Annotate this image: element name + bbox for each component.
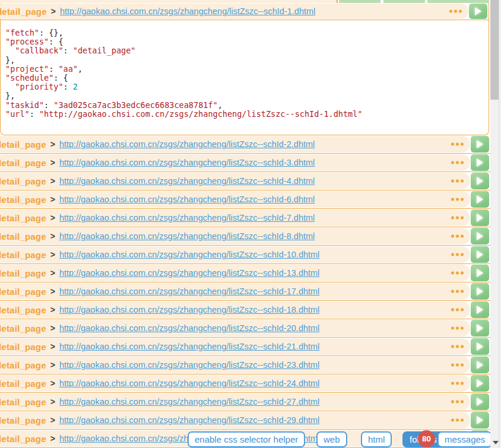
task-row[interactable]: detail_page > http://gaokao.chsi.com.cn/… [0,190,490,209]
task-row[interactable]: detail_page > http://gaokao.chsi.com.cn/… [0,227,490,246]
run-task-button[interactable] [471,209,489,226]
task-row[interactable]: detail_page > http://gaokao.chsi.com.cn/… [0,411,490,430]
task-pill[interactable]: detail_page > http://gaokao.chsi.com.cn/… [0,338,470,355]
task-pill[interactable]: detail_page > http://gaokao.chsi.com.cn/… [0,209,470,226]
task-url-link[interactable]: http://gaokao.chsi.com.cn/zsgs/zhangchen… [59,397,319,406]
task-pill[interactable]: detail_page > http://gaokao.chsi.com.cn/… [0,136,470,152]
task-row[interactable]: detail_page > http://gaokao.chsi.com.cn/… [0,209,490,227]
task-url-link[interactable]: http://gaokao.chsi.com.cn/zsgs/zhangchen… [59,176,315,186]
run-task-button[interactable] [471,283,489,300]
run-task-button[interactable] [471,320,489,336]
task-pill[interactable]: detail_page > http://gaokao.chsi.com.cn/… [0,4,468,19]
tab-web[interactable]: web [316,431,347,447]
task-row[interactable]: detail_page > http://gaokao.chsi.com.cn/… [0,338,490,356]
more-icon[interactable] [450,251,465,259]
task-row[interactable]: detail_page > http://gaokao.chsi.com.cn/… [0,135,490,154]
task-url-link[interactable]: http://gaokao.chsi.com.cn/zsgs/zhangchen… [59,323,319,333]
callback-separator: > [50,434,55,443]
run-task-button[interactable] [471,375,489,392]
run-task-button[interactable] [471,338,489,355]
run-task-button[interactable] [471,136,489,152]
task-url-link[interactable]: http://gaokao.chsi.com.cn/zsgs/zhangchen… [59,287,319,296]
run-task-button[interactable] [469,4,487,19]
task-row[interactable]: detail_page > http://gaokao.chsi.com.cn/… [0,374,490,393]
task-row[interactable]: detail_page > http://gaokao.chsi.com.cn/… [0,393,490,411]
callback-label: detail_page [0,158,46,168]
task-url-link[interactable]: http://gaokao.chsi.com.cn/zsgs/zhangchen… [59,415,319,425]
more-icon[interactable] [450,380,465,387]
vertical-scrollbar[interactable] [490,0,501,448]
task-pill[interactable]: detail_page > http://gaokao.chsi.com.cn/… [0,228,470,244]
run-task-button[interactable] [471,357,489,373]
css-selector-helper-button[interactable]: enable css selector helper [188,431,305,447]
task-pill[interactable]: detail_page > http://gaokao.chsi.com.cn/… [0,357,470,373]
task-url-link[interactable]: http://gaokao.chsi.com.cn/zsgs/zhangchen… [59,213,315,223]
task-url-link[interactable]: http://gaokao.chsi.com.cn/zsgs/zhangchen… [59,158,315,167]
task-row[interactable]: detail_page > http://gaokao.chsi.com.cn/… [0,319,490,338]
more-icon[interactable] [450,177,465,185]
task-url-link[interactable]: http://gaokao.chsi.com.cn/zsgs/zhangchen… [59,231,315,241]
more-icon[interactable] [450,361,465,369]
tab-html[interactable]: html [361,431,392,447]
task-pill[interactable]: detail_page > http://gaokao.chsi.com.cn/… [0,246,470,263]
callback-separator: > [51,7,56,16]
more-icon[interactable] [450,306,465,314]
task-row[interactable]: detail_page > http://gaokao.chsi.com.cn/… [0,246,490,264]
expanded-task-block: detail_page > http://gaokao.chsi.com.cn/… [0,3,489,135]
task-pill[interactable]: detail_page > http://gaokao.chsi.com.cn/… [0,191,470,208]
task-url-link[interactable]: http://gaokao.chsi.com.cn/zsgs/zhangchen… [59,139,315,149]
run-task-button[interactable] [471,301,489,318]
more-icon[interactable] [450,288,465,296]
task-row[interactable]: detail_page > http://gaokao.chsi.com.cn/… [0,301,490,319]
callback-label: detail_page [0,379,46,389]
task-url-link[interactable]: http://gaokao.chsi.com.cn/zsgs/zhangchen… [59,268,319,278]
task-row-expanded[interactable]: detail_page > http://gaokao.chsi.com.cn/… [1,3,489,20]
run-task-button[interactable] [471,412,489,428]
task-pill[interactable]: detail_page > http://gaokao.chsi.com.cn/… [0,173,470,189]
more-icon[interactable] [448,8,463,15]
scrollbar-thumb[interactable] [490,0,499,100]
task-url-link[interactable]: http://gaokao.chsi.com.cn/zsgs/zhangchen… [59,250,319,259]
callback-label: detail_page [0,397,46,407]
task-pill[interactable]: detail_page > http://gaokao.chsi.com.cn/… [0,301,470,318]
more-icon[interactable] [450,417,465,424]
run-task-button[interactable] [471,393,489,410]
play-icon [477,306,483,314]
more-icon[interactable] [450,325,465,332]
run-task-button[interactable] [471,228,489,244]
run-task-button[interactable] [471,154,489,171]
more-icon[interactable] [450,159,465,167]
task-row[interactable]: detail_page > http://gaokao.chsi.com.cn/… [0,154,490,172]
task-pill[interactable]: detail_page > http://gaokao.chsi.com.cn/… [0,265,470,281]
tab-messages[interactable]: messages [437,431,492,447]
task-pill[interactable]: detail_page > http://gaokao.chsi.com.cn/… [0,283,470,300]
task-pill[interactable]: detail_page > http://gaokao.chsi.com.cn/… [0,375,470,392]
task-url-link[interactable]: http://gaokao.chsi.com.cn/zsgs/zhangchen… [59,379,319,388]
run-task-button[interactable] [471,246,489,263]
run-task-button[interactable] [471,265,489,281]
more-icon[interactable] [450,269,465,277]
run-task-button[interactable] [471,173,489,189]
run-task-button[interactable] [471,191,489,208]
task-url-link[interactable]: http://gaokao.chsi.com.cn/zsgs/zhangchen… [59,195,315,204]
more-icon[interactable] [450,141,465,148]
scrollbar-down-button[interactable] [492,440,500,446]
task-pill[interactable]: detail_page > http://gaokao.chsi.com.cn/… [0,393,470,410]
task-pill[interactable]: detail_page > http://gaokao.chsi.com.cn/… [0,412,470,428]
more-icon[interactable] [450,214,465,222]
task-url-link[interactable]: http://gaokao.chsi.com.cn/zsgs/zhangchen… [60,7,315,16]
more-icon[interactable] [450,196,465,204]
task-pill[interactable]: detail_page > http://gaokao.chsi.com.cn/… [0,154,470,171]
more-icon[interactable] [450,398,465,406]
task-url-link[interactable]: http://gaokao.chsi.com.cn/zsgs/zhangchen… [59,342,319,351]
play-icon [477,250,483,259]
more-icon[interactable] [450,343,465,351]
task-url-link[interactable]: http://gaokao.chsi.com.cn/zsgs/zhangchen… [59,305,319,314]
task-row[interactable]: detail_page > http://gaokao.chsi.com.cn/… [0,264,490,282]
task-row[interactable]: detail_page > http://gaokao.chsi.com.cn/… [0,172,490,190]
task-row[interactable]: detail_page > http://gaokao.chsi.com.cn/… [0,356,490,374]
task-row[interactable]: detail_page > http://gaokao.chsi.com.cn/… [0,282,490,301]
more-icon[interactable] [450,233,465,240]
task-url-link[interactable]: http://gaokao.chsi.com.cn/zsgs/zhangchen… [59,360,319,370]
task-pill[interactable]: detail_page > http://gaokao.chsi.com.cn/… [0,320,470,336]
